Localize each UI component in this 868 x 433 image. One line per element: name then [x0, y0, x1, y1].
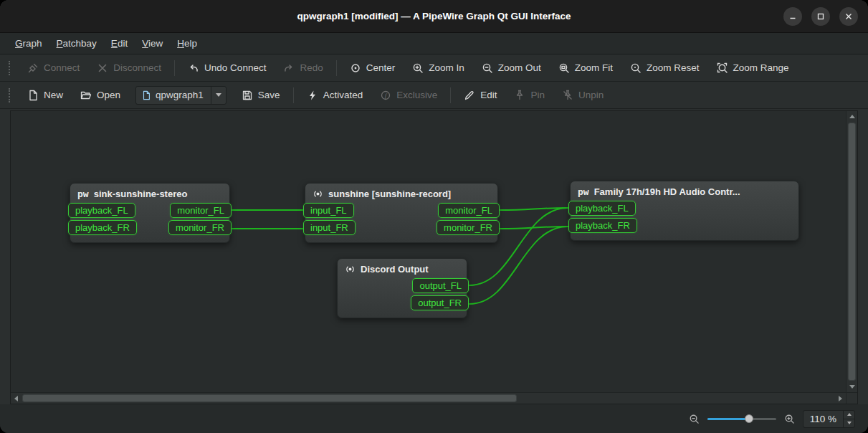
record-icon	[345, 264, 356, 275]
redo-label: Redo	[300, 62, 323, 73]
port-input-input_FR[interactable]: input_FR	[303, 220, 356, 235]
new-file-icon	[27, 90, 39, 101]
close-button[interactable]	[839, 7, 858, 26]
node-sink-sunshine-stereo[interactable]: pw sink-sunshine-stereo playback_FL moni…	[70, 183, 230, 243]
new-button[interactable]: New	[19, 86, 71, 105]
graph-canvas[interactable]: pw sink-sunshine-stereo playback_FL moni…	[11, 111, 846, 392]
node-sunshine[interactable]: sunshine [sunshine-record] input_FL moni…	[305, 183, 498, 243]
node-header: Discord Output	[338, 262, 467, 276]
save-icon	[242, 90, 253, 101]
menu-help-mnemonic: H	[177, 38, 184, 49]
port-output-output_FL[interactable]: output_FL	[412, 278, 469, 293]
maximize-icon	[816, 12, 825, 21]
node-discord-output[interactable]: Discord Output output_FL output_FR	[337, 258, 467, 318]
save-button[interactable]: Save	[234, 86, 288, 105]
node-title: sink-sunshine-stereo	[94, 189, 188, 199]
port-output-monitor_FR[interactable]: monitor_FR	[168, 220, 232, 235]
port-row: playback_FR monitor_FR	[68, 220, 232, 235]
zoom-spin-down-button[interactable]	[844, 419, 854, 427]
scroll-down-button[interactable]	[846, 381, 857, 392]
menu-help[interactable]: Help	[171, 35, 204, 52]
unpin-label: Unpin	[578, 90, 604, 100]
port-input-playback_FR[interactable]: playback_FR	[68, 220, 137, 235]
zoom-reset-button[interactable]: Zoom Reset	[622, 59, 707, 77]
center-button[interactable]: Center	[342, 59, 404, 77]
titlebar[interactable]: qpwgraph1 [modified] — A PipeWire Graph …	[0, 0, 868, 33]
undo-connect-label: Undo Connect	[204, 62, 266, 73]
port-input-playback_FL[interactable]: playback_FL	[568, 201, 636, 216]
port-input-playback_FR[interactable]: playback_FR	[568, 218, 637, 233]
chevron-down-icon	[216, 93, 221, 97]
arrow-down-icon	[849, 385, 855, 389]
scroll-up-button[interactable]	[846, 111, 857, 122]
activated-button[interactable]: Activated	[299, 86, 371, 105]
menu-patchbay-mnemonic: P	[57, 38, 63, 49]
record-icon	[313, 189, 323, 199]
minimize-button[interactable]	[783, 7, 802, 26]
menu-view[interactable]: View	[135, 35, 169, 52]
menu-graph[interactable]: Graph	[9, 35, 49, 52]
pin-icon	[514, 90, 525, 101]
disconnect-label: Disconnect	[113, 62, 161, 73]
toolbar-separator	[174, 60, 175, 76]
maximize-button[interactable]	[811, 7, 830, 26]
zoom-spin-up-button[interactable]	[844, 411, 854, 419]
zoom-slider-handle[interactable]	[745, 414, 753, 423]
node-family-hd-audio[interactable]: pw Family 17h/19h HD Audio Contr... play…	[570, 181, 799, 241]
open-button[interactable]: Open	[72, 86, 128, 105]
connections-layer	[11, 111, 846, 392]
save-label: Save	[258, 90, 280, 100]
zoom-out-button[interactable]: Zoom Out	[474, 59, 549, 77]
menubar: Graph Patchbay Edit View Help	[0, 33, 868, 54]
zoom-fit-label: Zoom Fit	[575, 62, 613, 73]
port-output-monitor_FL[interactable]: monitor_FL	[170, 203, 232, 218]
combobox-dropdown-button[interactable]	[211, 87, 226, 104]
port-input-playback_FL[interactable]: playback_FL	[68, 203, 135, 218]
zoom-value[interactable]: 110 %	[803, 411, 843, 427]
port-output-monitor_FL[interactable]: monitor_FL	[438, 203, 500, 218]
zoom-fit-button[interactable]: Zoom Fit	[550, 59, 621, 77]
toolbar-graph: Connect Disconnect Undo Connect Redo Cen…	[0, 54, 868, 82]
zoom-in-button[interactable]: Zoom In	[404, 59, 472, 77]
exclusive-button: f Exclusive	[372, 86, 445, 105]
zoom-out-icon	[482, 62, 493, 74]
horizontal-scrollbar-handle[interactable]	[22, 394, 517, 402]
statusbar: 110 %	[0, 404, 868, 433]
edit-button[interactable]: Edit	[456, 86, 505, 105]
port-row: playback_FL monitor_FL	[68, 203, 232, 218]
menu-graph-label: raph	[23, 38, 42, 49]
zoom-in-icon	[784, 414, 795, 424]
horizontal-scrollbar[interactable]	[11, 392, 846, 404]
zoom-spinbox[interactable]: 110 %	[803, 410, 855, 428]
unpin-button: Unpin	[554, 86, 611, 105]
zoom-spin-buttons	[843, 411, 854, 427]
port-output-monitor_FR[interactable]: monitor_FR	[437, 220, 500, 235]
disconnect-button: Disconnect	[89, 59, 169, 77]
zoom-range-button[interactable]: Zoom Range	[709, 59, 797, 77]
arrow-right-icon	[839, 396, 842, 401]
vertical-scrollbar[interactable]	[846, 111, 857, 392]
app-window: qpwgraph1 [modified] — A PipeWire Graph …	[0, 0, 868, 433]
zoom-reset-label: Zoom Reset	[647, 62, 700, 73]
port-output-output_FR[interactable]: output_FR	[411, 295, 469, 310]
edit-pencil-icon	[464, 90, 475, 101]
port-input-input_FL[interactable]: input_FL	[303, 203, 354, 218]
main-area: pw sink-sunshine-stereo playback_FL moni…	[0, 109, 868, 404]
menu-edit[interactable]: Edit	[105, 35, 134, 52]
vertical-scrollbar-handle[interactable]	[848, 123, 856, 381]
pipewire-icon: pw	[578, 187, 589, 196]
scroll-left-button[interactable]	[11, 393, 22, 404]
open-folder-icon	[80, 90, 92, 101]
menu-patchbay[interactable]: Patchbay	[50, 35, 103, 52]
pipewire-icon: pw	[77, 189, 89, 199]
scroll-right-button[interactable]	[835, 393, 846, 404]
patchbay-file-combobox[interactable]: qpwgraph1	[135, 86, 226, 105]
arrow-up-icon	[849, 115, 855, 118]
connect-label: Connect	[44, 62, 80, 73]
toolbar-drag-handle[interactable]	[9, 88, 11, 103]
zoom-slider[interactable]	[707, 413, 776, 424]
toolbar-separator	[293, 87, 294, 103]
undo-connect-button[interactable]: Undo Connect	[180, 59, 274, 77]
toolbar-drag-handle[interactable]	[9, 61, 11, 75]
redo-button: Redo	[275, 59, 330, 77]
